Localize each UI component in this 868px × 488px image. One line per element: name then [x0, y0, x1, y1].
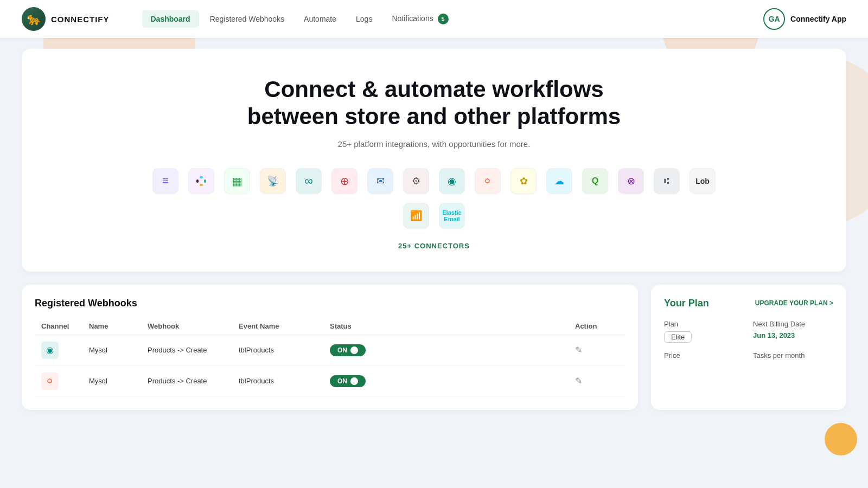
plan-badge: Elite — [664, 331, 692, 343]
billing-value: Jun 13, 2023 — [753, 331, 833, 339]
integration-mailchimp[interactable]: ✿ — [510, 168, 537, 194]
billing-section: Next Billing Date Jun 13, 2023 — [753, 320, 833, 343]
integration-sheets[interactable]: ▦ — [224, 168, 250, 194]
svg-rect-1 — [200, 176, 203, 178]
hero-card: Connect & automate workflows between sto… — [22, 49, 846, 272]
navbar: 🐆 CONNECTIFY Dashboard Registered Webhoo… — [0, 0, 868, 38]
integration-spiral[interactable]: ◉ — [439, 168, 465, 194]
plan-header: Your Plan UPGRADE YOUR PLAN > — [664, 298, 833, 309]
channel-icon-1: ◉ — [41, 342, 59, 359]
avatar[interactable]: GA — [763, 8, 785, 30]
price-section: Price — [664, 351, 744, 363]
row2-event: tblProducts — [239, 377, 326, 385]
col-name: Name — [89, 322, 143, 330]
col-status: Status — [330, 322, 571, 330]
integration-abstract[interactable]: ⊗ — [618, 168, 644, 194]
integration-stripe[interactable]: ≡ — [152, 168, 178, 194]
integrations-row-1: ≡ ▦ 📡 ∞ ⊕ ✉ ⚙ ◉ ⭘ ✿ ☁ Q ⊗ ⑆ Lob — [43, 168, 825, 194]
col-event: Event Name — [239, 322, 326, 330]
integration-wifi[interactable]: 📶 — [403, 203, 429, 229]
plan-section: Plan Elite — [664, 320, 744, 343]
channel-icon-2: ⭘ — [41, 373, 59, 390]
user-area: GA Connectify App — [763, 8, 846, 30]
integration-slack[interactable] — [188, 168, 214, 194]
svg-rect-2 — [204, 179, 206, 183]
row1-toggle[interactable]: ON — [330, 344, 366, 356]
user-name: Connectify App — [790, 15, 846, 23]
tasks-section: Tasks per month — [753, 351, 833, 363]
svg-rect-3 — [200, 184, 203, 186]
nav-item-logs[interactable]: Logs — [347, 10, 381, 28]
price-label: Price — [664, 351, 744, 359]
row2-toggle[interactable]: ON — [330, 375, 366, 387]
webhooks-title: Registered Webhooks — [35, 298, 625, 309]
plan-card: Your Plan UPGRADE YOUR PLAN > Plan Elite… — [651, 285, 846, 410]
col-channel: Channel — [41, 322, 85, 330]
integration-mail[interactable]: ✉ — [367, 168, 393, 194]
hero-title: Connect & automate workflows between sto… — [244, 76, 624, 131]
nav-item-dashboard[interactable]: Dashboard — [142, 10, 199, 28]
integration-feed[interactable]: 📡 — [260, 168, 286, 194]
row1-event: tblProducts — [239, 346, 326, 354]
table-header: Channel Name Webhook Event Name Status A… — [35, 318, 625, 335]
row2-webhook: Products -> Create — [148, 377, 234, 385]
bottom-section: Registered Webhooks Channel Name Webhook… — [22, 285, 846, 410]
brand-name: CONNECTIFY — [51, 15, 110, 24]
logo-area[interactable]: 🐆 CONNECTIFY — [22, 7, 110, 31]
upgrade-link[interactable]: UPGRADE YOUR PLAN > — [755, 299, 833, 307]
integration-elastic[interactable]: ElasticEmail — [439, 203, 465, 229]
main-content: Connect & automate workflows between sto… — [0, 38, 868, 421]
table-row: ◉ Mysql Products -> Create tblProducts O… — [35, 335, 625, 366]
row2-edit[interactable]: ✎ — [575, 376, 618, 386]
billing-label: Next Billing Date — [753, 320, 833, 328]
bg-decoration-bottom-right — [825, 423, 857, 455]
nav-item-automate[interactable]: Automate — [295, 10, 345, 28]
webhooks-card: Registered Webhooks Channel Name Webhook… — [22, 285, 638, 410]
integration-target[interactable]: ⊕ — [331, 168, 358, 194]
tasks-label: Tasks per month — [753, 351, 833, 359]
table-row: ⭘ Mysql Products -> Create tblProducts O… — [35, 366, 625, 397]
plan-grid: Plan Elite Next Billing Date Jun 13, 202… — [664, 320, 833, 363]
plan-label: Plan — [664, 320, 744, 328]
integration-hubspot[interactable]: ⭘ — [475, 168, 501, 194]
col-webhook: Webhook — [148, 322, 234, 330]
row1-name: Mysql — [89, 346, 143, 354]
col-action: Action — [575, 322, 618, 330]
integration-webhook[interactable]: ⚙ — [403, 168, 429, 194]
nav-item-webhooks[interactable]: Registered Webhooks — [201, 10, 293, 28]
svg-rect-0 — [196, 179, 199, 183]
integration-quickbooks[interactable]: Q — [582, 168, 608, 194]
logo-icon: 🐆 — [22, 7, 46, 31]
plan-title: Your Plan — [664, 298, 709, 309]
row1-edit[interactable]: ✎ — [575, 345, 618, 355]
integration-circuit[interactable]: ⑆ — [654, 168, 680, 194]
notification-badge: 5 — [438, 14, 449, 24]
row2-name: Mysql — [89, 377, 143, 385]
nav-links: Dashboard Registered Webhooks Automate L… — [142, 9, 764, 29]
integration-salesforce[interactable]: ☁ — [546, 168, 572, 194]
integration-lob[interactable]: Lob — [690, 168, 716, 194]
integration-chain[interactable]: ∞ — [296, 168, 322, 194]
hero-subtitle: 25+ platform integrations, with opportun… — [43, 139, 825, 149]
connectors-label: 25+ CONNECTORS — [43, 242, 825, 250]
nav-item-notifications[interactable]: Notifications 5 — [383, 9, 457, 29]
integrations-row-2: 📶 ElasticEmail — [43, 203, 825, 229]
row1-webhook: Products -> Create — [148, 346, 234, 354]
